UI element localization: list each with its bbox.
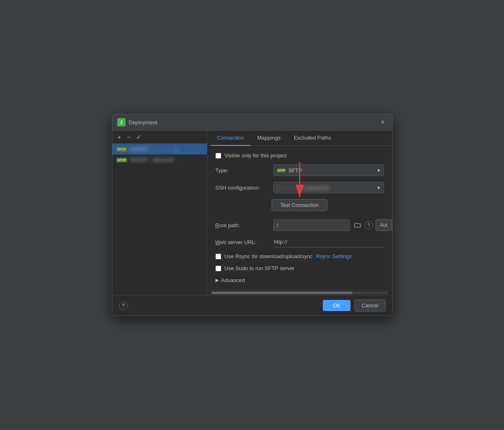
- folder-browse-button[interactable]: [353, 221, 362, 230]
- close-button[interactable]: ×: [378, 118, 387, 127]
- sftp-badge: SFTP: [116, 147, 127, 152]
- sftp-icon: SFTP: [277, 169, 286, 172]
- add-server-button[interactable]: +: [116, 133, 123, 141]
- chevron-down-icon: ▾: [377, 167, 380, 173]
- rsync-label: Use Rsync for download/upload/sync: [225, 253, 313, 259]
- help-icon-button[interactable]: ?: [365, 221, 373, 229]
- tab-content-connection: Visible only for this project Type: SFTP…: [207, 146, 392, 290]
- rsync-settings-link[interactable]: Rsync Settings: [316, 253, 352, 259]
- visible-only-checkbox[interactable]: [215, 153, 221, 159]
- ssh-config-value: ···· ··········· 3 password: [277, 185, 330, 191]
- remove-server-button[interactable]: −: [125, 133, 133, 141]
- root-path-control: ? Aut: [273, 219, 392, 231]
- server-item[interactable]: SFTP stu2023··· password: [112, 154, 207, 165]
- chevron-right-icon: ▶: [215, 278, 219, 283]
- web-url-input[interactable]: [273, 237, 384, 247]
- toolbar: + − ✓: [112, 131, 207, 144]
- server-list: SFTP stu2023··· ··· ········· ···) SFTP …: [112, 144, 207, 295]
- root-path-label: Root path:: [215, 222, 273, 228]
- ssh-config-select[interactable]: ···· ··········· 3 password ▾: [273, 182, 384, 193]
- ok-button[interactable]: OK: [323, 300, 350, 311]
- scrollbar-area: [207, 290, 392, 295]
- tab-mappings[interactable]: Mappings: [251, 131, 287, 146]
- right-panel: Connection Mappings Excluded Paths Visib…: [207, 131, 392, 295]
- ssh-config-row: SSH configuration: ···· ··········· 3 pa…: [215, 182, 384, 193]
- check-server-button[interactable]: ✓: [134, 133, 144, 141]
- type-select[interactable]: SFTP SFTP ▾: [273, 164, 384, 176]
- left-panel: + − ✓ SFTP stu2023··· ··· ········· ···)…: [112, 131, 207, 295]
- sudo-label: Use Sudo to run SFTP server: [225, 265, 295, 271]
- server-item[interactable]: SFTP stu2023··· ··· ········· ···): [112, 144, 207, 154]
- advanced-row[interactable]: ▶ Advanced: [215, 277, 384, 283]
- rsync-row: Use Rsync for download/upload/sync Rsync…: [215, 253, 384, 259]
- autodetect-button[interactable]: Aut: [376, 219, 392, 231]
- visible-only-row: Visible only for this project: [215, 152, 384, 159]
- type-label: Type:: [215, 167, 273, 173]
- tab-connection[interactable]: Connection: [211, 131, 251, 146]
- ssh-config-label: SSH configuration:: [215, 185, 273, 191]
- deployment-dialog: J Deployment × + − ✓ SFTP stu2023··· ···…: [112, 114, 393, 316]
- tab-excluded-paths[interactable]: Excluded Paths: [287, 131, 338, 146]
- web-url-row: Web server URL:: [215, 237, 384, 247]
- help-button[interactable]: ?: [119, 301, 128, 310]
- rsync-checkbox[interactable]: [215, 254, 221, 259]
- app-icon: J: [117, 118, 125, 126]
- scrollbar-thumb[interactable]: [211, 292, 353, 294]
- web-url-label: Web server URL:: [215, 239, 273, 245]
- sudo-row: Use Sudo to run SFTP server: [215, 265, 384, 271]
- scrollbar-track: [211, 292, 388, 294]
- chevron-down-icon: ▾: [377, 185, 380, 191]
- advanced-label: Advanced: [221, 277, 245, 283]
- ssh-config-control: ···· ··········· 3 password ▾: [273, 182, 384, 193]
- folder-icon: [354, 222, 361, 228]
- title-bar-left: J Deployment: [117, 118, 157, 126]
- web-url-control: [273, 237, 384, 247]
- type-row: Type: SFTP SFTP ▾: [215, 164, 384, 176]
- test-connection-row: Test Connection: [215, 199, 384, 211]
- dialog-body: + − ✓ SFTP stu2023··· ··· ········· ···)…: [112, 131, 392, 295]
- cancel-button[interactable]: Cancel: [355, 299, 385, 311]
- server-name: stu2023··· password: [130, 157, 174, 163]
- sudo-checkbox[interactable]: [215, 266, 221, 271]
- type-control: SFTP SFTP ▾: [273, 164, 384, 176]
- visible-only-label: Visible only for this project: [225, 152, 287, 159]
- sftp-badge: SFTP: [116, 158, 127, 162]
- dialog-footer: ? OK Cancel: [112, 295, 392, 316]
- dialog-title: Deployment: [129, 119, 157, 126]
- tabs-bar: Connection Mappings Excluded Paths: [207, 131, 392, 146]
- root-path-input[interactable]: [273, 219, 350, 231]
- test-connection-button[interactable]: Test Connection: [272, 199, 327, 211]
- server-name: stu2023··· ··· ········· ···): [130, 146, 178, 152]
- title-bar: J Deployment ×: [112, 114, 392, 131]
- root-path-row: Root path: ? Aut: [215, 219, 384, 231]
